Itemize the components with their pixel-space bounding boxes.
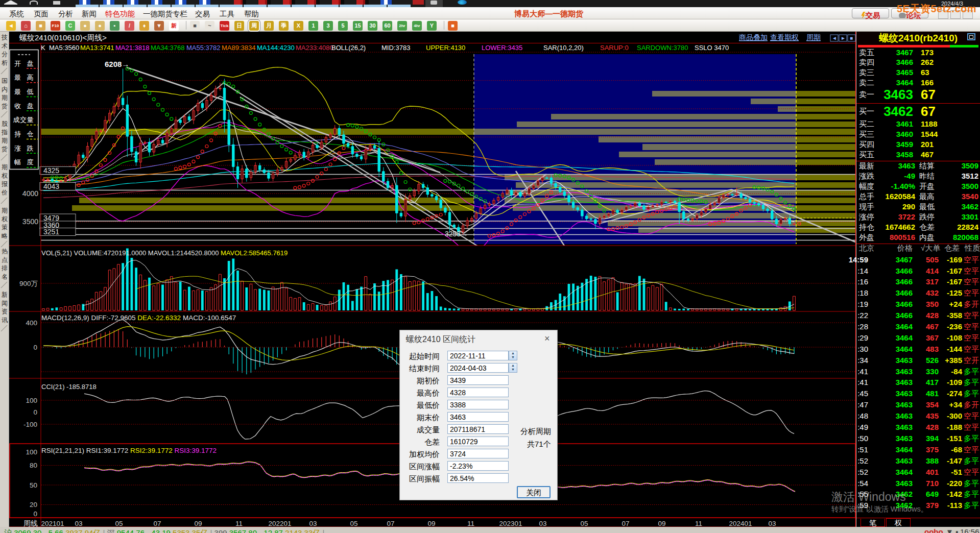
svg-text:4325: 4325 <box>43 166 59 175</box>
svg-text:03: 03 <box>768 520 776 527</box>
svg-text:低: 低 <box>27 88 34 95</box>
svg-text:0: 0 <box>33 344 37 351</box>
svg-text:3251: 3251 <box>43 228 59 236</box>
svg-text:100: 100 <box>26 397 37 404</box>
svg-text:09: 09 <box>194 520 202 527</box>
svg-text:◄: ◄ <box>832 35 837 41</box>
svg-text:03: 03 <box>75 520 82 527</box>
svg-text:MACD(12,26,9) DIFF:-72.9605 DE: MACD(12,26,9) DIFF:-72.9605 DEA:-22.6332… <box>41 314 236 322</box>
svg-text:100: 100 <box>26 448 37 456</box>
svg-text:4043: 4043 <box>43 182 59 190</box>
svg-text:■: ■ <box>850 35 853 41</box>
svg-text:最: 最 <box>14 88 21 95</box>
svg-text:400: 400 <box>26 319 37 327</box>
svg-text:开: 开 <box>14 60 21 67</box>
svg-text:收: 收 <box>14 102 21 110</box>
svg-text:周期: 周期 <box>806 33 821 41</box>
svg-text:查看期权: 查看期权 <box>770 33 799 41</box>
svg-text:202201: 202201 <box>268 520 291 527</box>
svg-text:周线: 周线 <box>23 519 38 527</box>
svg-text:持: 持 <box>14 130 21 138</box>
svg-text:3253: 3253 <box>445 230 461 238</box>
svg-text:09: 09 <box>658 520 665 527</box>
svg-text:202101: 202101 <box>41 520 64 527</box>
svg-text:螺纹2410(010610)<周线>: 螺纹2410(010610)<周线> <box>19 33 107 42</box>
svg-text:KMA5:3560MA13:3741MA21:3818MA3: KMA5:3560MA13:3741MA21:3818MA34:3768MA55… <box>41 44 729 52</box>
svg-text:-100: -100 <box>23 421 37 428</box>
svg-text:05: 05 <box>350 520 357 527</box>
svg-text:07: 07 <box>387 520 394 527</box>
svg-text:07: 07 <box>622 520 629 527</box>
svg-text:►: ► <box>841 35 846 41</box>
svg-text:0: 0 <box>33 408 37 416</box>
svg-text:盘: 盘 <box>27 102 34 110</box>
svg-text:RSI(21,21,21) RSI1:39.1772 RSI: RSI(21,21,21) RSI1:39.1772 RSI2:39.1772 … <box>41 447 217 454</box>
svg-text:03: 03 <box>539 520 546 527</box>
svg-text:VOL(5,21) VOLUME:4720191.0000: VOL(5,21) VOLUME:4720191.0000 MAVOL1:214… <box>41 249 288 257</box>
svg-text:11: 11 <box>695 520 702 527</box>
svg-text:05: 05 <box>580 520 588 527</box>
svg-text:05: 05 <box>115 520 123 527</box>
svg-text:03: 03 <box>309 520 317 527</box>
svg-text:涨: 涨 <box>14 144 21 152</box>
svg-text:0: 0 <box>33 510 37 518</box>
svg-text:11: 11 <box>467 520 474 527</box>
svg-text:CCI(21) -185.8718: CCI(21) -185.8718 <box>41 383 97 391</box>
svg-text:11: 11 <box>235 520 243 527</box>
svg-text:07: 07 <box>153 520 161 527</box>
svg-text:→: → <box>461 230 468 238</box>
svg-text:度: 度 <box>27 158 34 166</box>
svg-text:盘: 盘 <box>27 60 34 67</box>
svg-text:80: 80 <box>30 462 37 469</box>
svg-text:3500: 3500 <box>22 217 38 226</box>
svg-text:09: 09 <box>427 520 435 527</box>
svg-text:幅: 幅 <box>14 158 21 166</box>
svg-text:仓: 仓 <box>27 130 34 138</box>
svg-text:20: 20 <box>30 501 37 508</box>
svg-text:202401: 202401 <box>729 520 752 527</box>
svg-text:50: 50 <box>30 481 37 489</box>
svg-text:高: 高 <box>27 74 34 81</box>
svg-text:最: 最 <box>14 74 21 81</box>
svg-text:商品叠加: 商品叠加 <box>739 33 768 41</box>
svg-text:202301: 202301 <box>499 520 522 527</box>
svg-text:6208→: 6208→ <box>105 60 129 68</box>
svg-text:成交量: 成交量 <box>13 116 34 124</box>
svg-text:跌: 跌 <box>27 144 34 152</box>
svg-text:4000: 4000 <box>22 189 38 198</box>
svg-text:900万: 900万 <box>19 280 38 287</box>
